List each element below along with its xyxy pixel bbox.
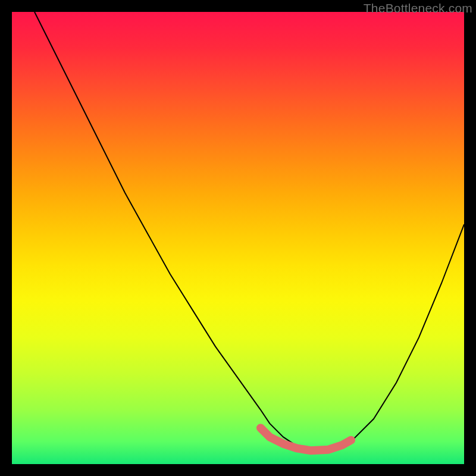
watermark-text: TheBottleneck.com: [364, 1, 472, 15]
sweet-spot-highlight: [261, 428, 351, 450]
plot-background: [12, 12, 464, 464]
chart-frame: TheBottleneck.com: [0, 0, 476, 476]
bottleneck-curve: [35, 12, 464, 450]
plot-svg: [12, 12, 464, 464]
